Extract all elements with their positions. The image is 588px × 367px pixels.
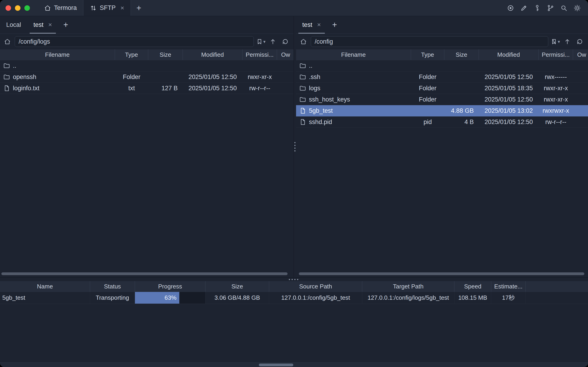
cell-speed: 108.15 MB [454, 292, 491, 304]
plus-icon: + [136, 4, 141, 12]
folder-icon [299, 96, 306, 103]
file-row[interactable]: loginfo.txttxt127 B2025/01/05 12:50rw-r-… [0, 83, 294, 94]
column-header-name[interactable]: Name [0, 281, 90, 292]
home-button[interactable] [298, 36, 308, 47]
keys-button[interactable] [532, 3, 543, 13]
tab-test[interactable]: test × [296, 16, 327, 33]
refresh-icon [576, 38, 583, 45]
cell-permissions: rwxr-xr-x [539, 94, 573, 105]
column-header-modified[interactable]: Modified [479, 49, 539, 60]
file-row[interactable]: ssh_host_keysFolder2025/01/05 12:50rwxr-… [296, 94, 588, 105]
file-row[interactable]: opensshFolder2025/01/05 12:50rwxr-xr-x [0, 71, 294, 83]
close-tab-icon[interactable]: × [120, 5, 124, 11]
column-header-filename[interactable]: Filename [0, 49, 115, 60]
column-header-owner[interactable]: Ow [277, 49, 294, 60]
cell-filename: openssh [0, 71, 115, 83]
cell-size [148, 60, 183, 71]
refresh-button[interactable] [280, 36, 290, 47]
cell-permissions: rwxr-xr-x [242, 71, 277, 83]
horizontal-scrollbar[interactable] [298, 272, 587, 275]
tab-termora[interactable]: Termora [38, 0, 83, 16]
new-window-tab-button[interactable]: + [131, 0, 147, 16]
tab-sftp[interactable]: SFTP × [83, 0, 131, 16]
bookmark-button[interactable]: ▾ [256, 38, 265, 45]
file-row[interactable]: sshd.pidpid4 B2025/01/05 12:50rw-r--r-- [296, 117, 588, 128]
file-row[interactable]: 5gb_test4.88 GB2025/01/05 13:02rwxrwxr-x [296, 105, 588, 117]
horizontal-scrollbar[interactable] [1, 272, 292, 275]
bookmark-button[interactable]: ▾ [551, 38, 560, 45]
chevron-down-icon[interactable]: ▾ [558, 40, 560, 44]
column-header-size[interactable]: Size [444, 49, 479, 60]
cell-owner [573, 117, 588, 127]
column-header-status[interactable]: Status [90, 281, 135, 292]
cell-owner [573, 83, 588, 94]
scrollbar-thumb[interactable] [1, 272, 288, 275]
right-file-table: ...sshFolder2025/01/05 12:50rwx------log… [296, 60, 588, 277]
pencil-icon [520, 4, 528, 12]
zoom-window-button[interactable] [24, 5, 30, 11]
add-session-tab-button[interactable]: + [58, 16, 73, 33]
cell-type: pid [411, 117, 444, 127]
column-header-filler [526, 281, 588, 292]
home-button[interactable] [2, 36, 12, 47]
tab-local[interactable]: Local [0, 16, 27, 33]
tab-test[interactable]: test × [27, 16, 58, 33]
column-header-size[interactable]: Size [148, 49, 183, 60]
column-header-owner[interactable]: Ow [573, 49, 588, 60]
column-header-estimate[interactable]: Estimate... [491, 281, 526, 292]
column-header-type[interactable]: Type [411, 49, 444, 60]
record-button[interactable] [505, 3, 516, 13]
cell-filename: sshd.pid [296, 117, 411, 127]
column-header-type[interactable]: Type [115, 49, 148, 60]
column-header-modified[interactable]: Modified [183, 49, 242, 60]
column-header-target-path[interactable]: Target Path [362, 281, 454, 292]
arrow-up-icon [564, 38, 571, 45]
close-tab-icon[interactable]: × [48, 22, 52, 28]
add-session-tab-button[interactable]: + [327, 16, 342, 33]
path-input[interactable] [15, 36, 254, 47]
chevron-down-icon[interactable]: ▾ [263, 40, 265, 44]
panel-split-handle-vertical[interactable] [294, 16, 296, 277]
refresh-icon [282, 38, 289, 45]
file-row[interactable]: .. [296, 60, 588, 71]
edit-button[interactable] [519, 3, 529, 13]
file-row[interactable]: logsFolder2025/01/05 18:35rwxr-xr-x [296, 83, 588, 94]
column-header-size[interactable]: Size [205, 281, 269, 292]
progress-bar: 63% [135, 292, 205, 304]
refresh-button[interactable] [575, 36, 585, 47]
path-input[interactable] [311, 36, 548, 47]
scrollbar-thumb[interactable] [259, 364, 293, 366]
transfer-row[interactable]: 5gb_testTransporting63%3.06 GB/4.88 GB12… [0, 292, 588, 304]
cell-owner [277, 60, 294, 71]
arrow-up-icon [269, 38, 276, 45]
column-header-permissions[interactable]: Permissi... [242, 49, 277, 60]
transfers-table: 5gb_testTransporting63%3.06 GB/4.88 GB12… [0, 292, 588, 304]
minimize-window-button[interactable] [15, 5, 20, 11]
settings-button[interactable] [572, 3, 582, 13]
column-header-permissions[interactable]: Permissi... [539, 49, 573, 60]
file-row[interactable]: .sshFolder2025/01/05 12:50rwx------ [296, 71, 588, 83]
close-window-button[interactable] [6, 5, 11, 11]
search-button[interactable] [559, 3, 569, 13]
cell-target-path: 127.0.0.1:/config/logs/5gb_test [362, 292, 454, 304]
right-path-bar: ▾ [296, 34, 588, 49]
scrollbar-thumb[interactable] [299, 272, 584, 275]
cell-modified [183, 60, 242, 71]
titlebar: Termora SFTP × + [0, 0, 588, 16]
column-header-filename[interactable]: Filename [296, 49, 411, 60]
port-forwarding-button[interactable] [545, 3, 556, 13]
cell-modified: 2025/01/05 12:50 [183, 83, 242, 94]
column-header-speed[interactable]: Speed [454, 281, 491, 292]
column-header-source-path[interactable]: Source Path [269, 281, 362, 292]
panel-split-handle-horizontal[interactable] [0, 277, 588, 281]
close-tab-icon[interactable]: × [317, 22, 321, 28]
parent-directory-button[interactable] [562, 36, 572, 47]
cell-size [148, 71, 183, 83]
parent-directory-button[interactable] [268, 36, 278, 47]
cell-type: Folder [411, 94, 444, 105]
column-header-progress[interactable]: Progress [135, 281, 205, 292]
file-row[interactable]: .. [0, 60, 294, 71]
bottom-horizontal-scrollbar[interactable] [0, 362, 588, 367]
right-file-table-header: FilenameTypeSizeModifiedPermissi...Ow [296, 49, 588, 60]
cell-permissions: rwxrwxr-x [539, 105, 573, 116]
